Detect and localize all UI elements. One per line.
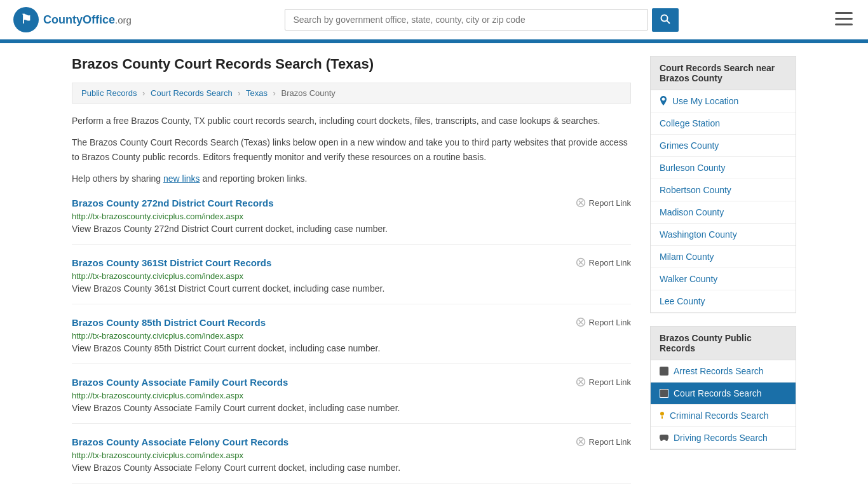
public-records-section: Brazos County Public Records Arrest Reco…: [650, 326, 796, 450]
public-records-section-title: Brazos County Public Records: [650, 326, 796, 360]
nearby-link-label: Walker County: [660, 274, 717, 284]
report-link-button[interactable]: Report Link: [576, 437, 631, 447]
public-records-list-item: Driving Records Search: [651, 427, 796, 449]
public-records-link-label: Court Records Search: [674, 388, 762, 398]
logo-icon: ⚑: [13, 6, 39, 33]
svg-rect-5: [835, 18, 853, 20]
record-entry: Brazos County 361St District Court Recor…: [72, 257, 631, 304]
public-records-link[interactable]: Driving Records Search: [651, 427, 796, 449]
search-input-wrapper: [285, 9, 648, 30]
public-records-link-label: Criminal Records Search: [670, 410, 769, 421]
nearby-link-label: Madison County: [660, 207, 724, 217]
record-title-link[interactable]: Brazos County Associate Family Court Rec…: [72, 377, 288, 388]
arrest-icon: [660, 367, 668, 376]
nearby-list-item: Madison County: [651, 201, 796, 224]
nearby-list-item: Grimes County: [651, 135, 796, 157]
nearby-link-label: Washington County: [660, 229, 737, 240]
public-records-list-item: Criminal Records Search: [651, 405, 796, 427]
breadcrumb-sep2: ›: [238, 88, 240, 98]
svg-rect-6: [835, 24, 853, 25]
record-url[interactable]: http://tx-brazoscounty.civicplus.com/ind…: [72, 451, 243, 460]
logo-text: CountyOffice.org: [43, 13, 132, 27]
nearby-link[interactable]: Robertson County: [651, 179, 796, 201]
record-desc: View Brazos County 85th District Court c…: [72, 343, 631, 353]
nearby-link-label: Grimes County: [660, 140, 719, 151]
nearby-link[interactable]: Washington County: [651, 224, 796, 245]
criminal-icon: [660, 411, 665, 420]
sidebar: Court Records Search near Brazos County …: [650, 56, 796, 488]
svg-point-2: [661, 15, 668, 21]
nearby-list-item: Burleson County: [651, 157, 796, 179]
report-icon: [576, 437, 586, 447]
breadcrumb-sep1: ›: [142, 88, 145, 98]
para3-prefix: Help others by sharing: [72, 173, 163, 184]
nearby-section: Court Records Search near Brazos County …: [650, 56, 796, 313]
record-desc: View Brazos County Associate Family Cour…: [72, 403, 631, 413]
record-title-link[interactable]: Brazos County 272nd District Court Recor…: [72, 198, 274, 208]
svg-line-3: [667, 20, 670, 24]
record-entry: Brazos County Associate Family Court Rec…: [72, 377, 631, 424]
search-button[interactable]: [652, 8, 679, 32]
record-entry: Brazos County 272nd District Court Recor…: [72, 198, 631, 245]
description-para2: The Brazos County Court Records Search (…: [72, 135, 631, 164]
page-title: Brazos County Court Records Search (Texa…: [72, 56, 631, 72]
nearby-link[interactable]: Use My Location: [651, 90, 796, 112]
public-records-link[interactable]: Criminal Records Search: [651, 405, 796, 426]
report-link-label: Report Link: [589, 377, 631, 387]
breadcrumb-current: Brazos County: [281, 88, 336, 98]
record-title-link[interactable]: Brazos County 85th District Court Record…: [72, 317, 266, 328]
svg-point-25: [660, 412, 664, 416]
record-title-link[interactable]: Brazos County Associate Felony Court Rec…: [72, 437, 288, 447]
description-para3: Help others by sharing new links and rep…: [72, 172, 631, 186]
breadcrumb-texas[interactable]: Texas: [246, 88, 268, 98]
report-link-button[interactable]: Report Link: [576, 377, 631, 387]
public-records-link[interactable]: Arrest Records Search: [651, 360, 796, 382]
search-input[interactable]: [285, 9, 648, 30]
report-link-label: Report Link: [589, 437, 631, 447]
report-link-button[interactable]: Report Link: [576, 198, 631, 208]
nearby-list-item: College Station: [651, 112, 796, 135]
description-para1: Perform a free Brazos County, TX public …: [72, 114, 631, 128]
hamburger-menu-button[interactable]: [832, 10, 855, 30]
breadcrumb-court-records[interactable]: Court Records Search: [151, 88, 233, 98]
nearby-link[interactable]: Lee County: [651, 290, 796, 312]
new-links-link[interactable]: new links: [163, 173, 200, 184]
nearby-link-label: Burleson County: [660, 163, 726, 173]
record-desc: View Brazos County 361st District Court …: [72, 283, 631, 294]
svg-rect-24: [660, 390, 668, 397]
record-entry: Brazos County 85th District Court Record…: [72, 317, 631, 364]
record-url[interactable]: http://tx-brazoscounty.civicplus.com/ind…: [72, 212, 243, 221]
svg-rect-4: [835, 12, 853, 14]
nearby-list-item: Lee County: [651, 290, 796, 313]
record-url[interactable]: http://tx-brazoscounty.civicplus.com/ind…: [72, 391, 243, 400]
public-records-link-label: Driving Records Search: [674, 433, 768, 443]
public-records-list-item: Arrest Records Search: [651, 360, 796, 383]
logo-area: ⚑ CountyOffice.org: [13, 6, 132, 33]
nearby-link[interactable]: Burleson County: [651, 157, 796, 179]
nearby-link[interactable]: Walker County: [651, 268, 796, 290]
driving-icon: [660, 435, 668, 441]
record-title-link[interactable]: Brazos County 361St District Court Recor…: [72, 257, 271, 268]
records-container: Brazos County 272nd District Court Recor…: [72, 198, 631, 484]
breadcrumb-sep3: ›: [273, 88, 276, 98]
search-icon: [660, 14, 670, 24]
breadcrumb-public-records[interactable]: Public Records: [81, 88, 137, 98]
public-records-link[interactable]: Court Records Search: [651, 383, 796, 404]
nearby-section-title: Court Records Search near Brazos County: [650, 56, 796, 90]
nearby-link[interactable]: College Station: [651, 112, 796, 134]
nearby-link-label: College Station: [660, 118, 720, 128]
nearby-link[interactable]: Milam County: [651, 246, 796, 268]
record-url[interactable]: http://tx-brazoscounty.civicplus.com/ind…: [72, 271, 243, 281]
report-link-button[interactable]: Report Link: [576, 257, 631, 268]
report-icon: [576, 377, 586, 387]
public-records-list-item: Court Records Search: [651, 383, 796, 405]
report-link-label: Report Link: [589, 318, 631, 327]
report-link-button[interactable]: Report Link: [576, 317, 631, 327]
svg-point-28: [660, 438, 663, 441]
svg-rect-22: [660, 367, 668, 376]
report-icon: [576, 257, 586, 268]
nearby-link[interactable]: Madison County: [651, 201, 796, 223]
nearby-link[interactable]: Grimes County: [651, 135, 796, 156]
record-url[interactable]: http://tx-brazoscounty.civicplus.com/ind…: [72, 331, 243, 341]
breadcrumb: Public Records › Court Records Search › …: [72, 83, 631, 104]
